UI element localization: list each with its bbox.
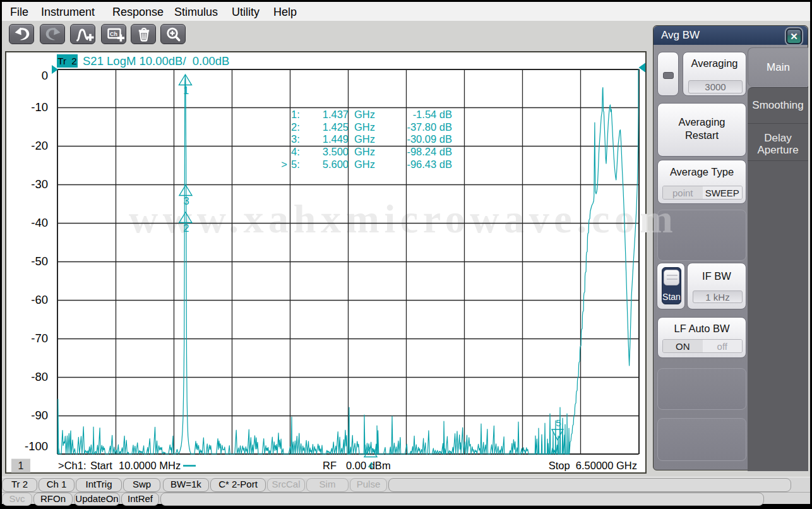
svg-text:-90: -90 xyxy=(31,409,48,422)
svg-text:-10: -10 xyxy=(31,100,48,114)
svg-text:GHz: GHz xyxy=(354,121,375,133)
svg-text:4:: 4: xyxy=(291,146,300,157)
svg-text:RF: RF xyxy=(323,460,337,471)
svg-text:3.500: 3.500 xyxy=(323,146,349,157)
svg-text:-37.80 dB: -37.80 dB xyxy=(407,121,452,133)
svg-text:10.0000 MHz: 10.0000 MHz xyxy=(119,460,181,471)
svg-text:GHz: GHz xyxy=(354,109,375,120)
svg-text:5.600: 5.600 xyxy=(323,159,349,170)
svg-text:-40: -40 xyxy=(31,216,48,229)
svg-text:Stop 6.50000 GHz: Stop 6.50000 GHz xyxy=(549,460,637,471)
svg-text:-70: -70 xyxy=(31,332,48,345)
svg-text:-100: -100 xyxy=(25,440,48,453)
svg-text:1.449: 1.449 xyxy=(323,133,349,145)
svg-text:3:: 3: xyxy=(291,133,300,145)
svg-text:1.425: 1.425 xyxy=(323,121,349,133)
svg-text:1.437: 1.437 xyxy=(323,109,349,120)
svg-text:0: 0 xyxy=(42,69,48,82)
svg-text:5:: 5: xyxy=(291,159,300,170)
svg-text:-1.54 dB: -1.54 dB xyxy=(413,109,452,120)
svg-text:-60: -60 xyxy=(31,293,48,306)
svg-text:-80: -80 xyxy=(31,370,48,383)
svg-text:-50: -50 xyxy=(31,254,48,268)
svg-text:-30.09 dB: -30.09 dB xyxy=(407,133,452,145)
svg-text:GHz: GHz xyxy=(354,133,375,145)
svg-text:GHz: GHz xyxy=(354,146,375,157)
svg-text:>: > xyxy=(281,159,287,170)
svg-text:Tr 2: Tr 2 xyxy=(57,56,76,66)
svg-text:GHz: GHz xyxy=(354,159,375,170)
svg-text:1: 1 xyxy=(183,85,189,96)
svg-text:-30: -30 xyxy=(31,177,48,191)
svg-text:-96.43 dB: -96.43 dB xyxy=(407,159,452,170)
svg-text:3: 3 xyxy=(183,195,189,207)
svg-text:-20: -20 xyxy=(31,139,48,152)
svg-text:-98.24 dB: -98.24 dB xyxy=(407,146,452,157)
svg-text:4: 4 xyxy=(368,460,373,470)
svg-text:1: 1 xyxy=(18,460,24,471)
svg-text:1:: 1: xyxy=(291,109,300,120)
svg-text:Start: Start xyxy=(90,460,112,471)
svg-text:>Ch1:: >Ch1: xyxy=(58,460,87,471)
svg-text:5: 5 xyxy=(556,417,561,428)
svg-text:2:: 2: xyxy=(291,121,300,133)
svg-text:2: 2 xyxy=(183,222,189,234)
svg-text:S21 LogM 10.00dB/ 0.00dB: S21 LogM 10.00dB/ 0.00dB xyxy=(83,54,229,68)
